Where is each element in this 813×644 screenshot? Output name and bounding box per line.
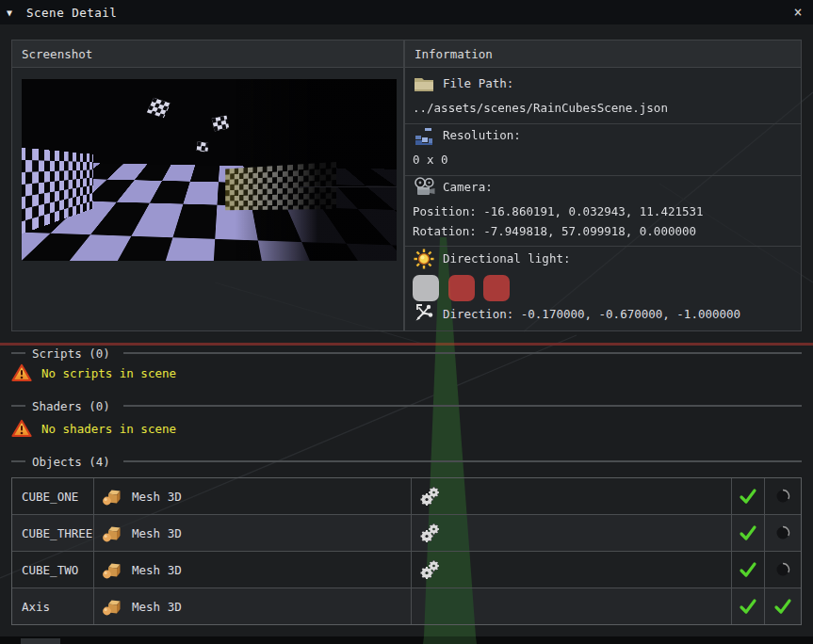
table-row[interactable]: Axis Mesh 3D: [12, 588, 801, 624]
check-icon[interactable]: [738, 559, 758, 580]
object-name: CUBE_THREE: [12, 515, 94, 551]
object-enabled-cell[interactable]: [732, 588, 765, 624]
gears-icon: [420, 559, 441, 580]
shaders-empty-row: No shaders in scene: [11, 420, 176, 437]
resolution-label: Resolution:: [443, 128, 521, 143]
directional-light-label: Directional light:: [443, 251, 570, 266]
camera-icon: [413, 176, 437, 199]
scene-detail-window: Screenshot Information File Path: ../ass…: [0, 24, 813, 636]
separator-dash: [11, 405, 25, 407]
check-icon[interactable]: [772, 596, 793, 617]
sun-icon: [413, 248, 435, 270]
light-direction-value: Direction: -0.170000, -0.670000, -1.0000…: [443, 307, 740, 322]
object-type-cell: Mesh 3D: [94, 478, 412, 514]
object-type-label: Mesh 3D: [132, 600, 182, 614]
light-color-swatch[interactable]: [483, 275, 510, 301]
object-name: Axis: [12, 588, 94, 624]
light-color-swatch[interactable]: [413, 275, 439, 301]
red-separator[interactable]: [0, 343, 813, 346]
object-components-cell: [412, 515, 732, 551]
objects-section-title: Objects (4): [32, 455, 110, 469]
scene-shade: [22, 79, 397, 261]
scripts-empty-message: No scripts in scene: [41, 366, 176, 380]
mesh-cube-icon: [102, 486, 122, 507]
separator-dash: [11, 460, 25, 462]
folder-icon: [413, 74, 435, 93]
camera-position-value: Position: -16.860191, 0.032943, 11.42153…: [413, 204, 704, 219]
close-icon[interactable]: ×: [789, 3, 807, 22]
object-components-cell: [412, 552, 732, 588]
object-type-label: Mesh 3D: [132, 563, 182, 577]
divider: [405, 175, 801, 176]
object-enabled-cell[interactable]: [732, 478, 765, 514]
information-panel-header: Information: [405, 40, 801, 68]
shaders-section-title: Shaders (0): [32, 399, 110, 413]
object-type-cell: Mesh 3D: [94, 588, 412, 624]
objects-table: CUBE_ONE Mesh 3D CUBE_THREE: [11, 477, 802, 625]
background-window-edge: [21, 638, 60, 644]
screenshot-panel: Screenshot: [11, 40, 404, 331]
moon-circle-icon[interactable]: [774, 488, 791, 505]
mesh-cube-icon: [102, 596, 122, 617]
scripts-section-title: Scripts (0): [32, 346, 110, 361]
object-type-label: Mesh 3D: [132, 526, 182, 540]
separator-dash: [11, 352, 25, 354]
shaders-section-header: Shaders (0): [11, 399, 802, 412]
direction-icon: [413, 301, 435, 324]
scene-screenshot-image: [22, 79, 397, 261]
object-enabled-cell[interactable]: [732, 552, 765, 588]
object-name: CUBE_ONE: [12, 478, 94, 514]
scripts-empty-row: No scripts in scene: [11, 364, 176, 381]
object-type-cell: Mesh 3D: [94, 552, 412, 588]
check-icon[interactable]: [738, 596, 758, 617]
shaders-empty-message: No shaders in scene: [41, 422, 176, 436]
scripts-section-header: Scripts (0): [11, 346, 802, 360]
moon-circle-icon[interactable]: [774, 524, 791, 541]
screenshot-panel-header: Screenshot: [12, 40, 403, 68]
information-panel: Information File Path: ../assets/scenes/…: [404, 40, 802, 331]
divider: [405, 246, 801, 247]
object-enabled-cell[interactable]: [732, 515, 765, 551]
object-state-cell[interactable]: [765, 515, 801, 551]
scene-horizon-line: [300, 186, 397, 187]
camera-rotation-value: Rotation: -7.949818, 57.099918, 0.000000: [413, 224, 696, 239]
window-title: Scene Detail: [26, 6, 117, 20]
table-row[interactable]: CUBE_THREE Mesh 3D: [12, 515, 801, 552]
object-components-cell: [412, 588, 732, 624]
warning-icon: [11, 419, 32, 438]
object-type-cell: Mesh 3D: [94, 515, 412, 551]
warning-icon: [11, 363, 32, 382]
gears-icon: [420, 486, 441, 507]
mesh-cube-icon: [102, 523, 122, 543]
mesh-cube-icon: [102, 559, 122, 580]
gears-icon: [420, 523, 441, 543]
object-name: CUBE_TWO: [12, 552, 94, 588]
background-scene-strip: [0, 636, 813, 644]
separator-line: [123, 460, 802, 462]
resolution-icon: [413, 126, 435, 149]
separator-line: [123, 352, 802, 354]
collapse-arrow-icon[interactable]: ▼: [7, 8, 12, 18]
information-header-label: Information: [415, 47, 493, 61]
check-icon[interactable]: [738, 523, 758, 543]
table-row[interactable]: CUBE_ONE Mesh 3D: [12, 478, 801, 515]
object-components-cell: [412, 478, 732, 514]
light-color-swatch[interactable]: [448, 275, 475, 301]
separator-line: [123, 405, 802, 407]
moon-circle-icon[interactable]: [774, 561, 791, 578]
object-state-cell[interactable]: [765, 552, 801, 588]
divider: [405, 123, 801, 124]
object-state-cell[interactable]: [765, 478, 801, 514]
file-path-label: File Path:: [443, 76, 513, 91]
object-type-label: Mesh 3D: [132, 490, 182, 504]
check-icon[interactable]: [738, 486, 758, 507]
file-path-value: ../assets/scenes/RainCubesScene.json: [413, 101, 668, 116]
resolution-value: 0 x 0: [413, 153, 448, 168]
title-bar: ▼ Scene Detail ×: [0, 0, 813, 24]
object-state-cell[interactable]: [765, 588, 801, 624]
table-row[interactable]: CUBE_TWO Mesh 3D: [12, 552, 801, 588]
screenshot-header-label: Screenshot: [22, 47, 92, 61]
camera-label: Camera:: [443, 180, 493, 195]
objects-section-header: Objects (4): [11, 455, 802, 468]
